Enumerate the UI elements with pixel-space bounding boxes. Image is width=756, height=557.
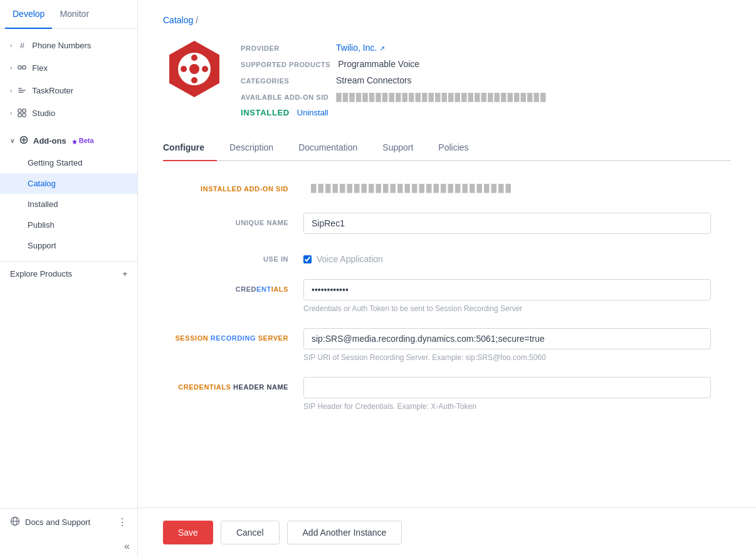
installed-sid-label: INSTALLED ADD-ON SID [163,179,288,193]
product-logo [163,38,226,107]
svg-point-14 [181,66,187,72]
credentials-header-row: CREDENTIALS HEADER NAME SIP Header for C… [163,377,731,411]
svg-point-15 [202,66,208,72]
credentials-header-input[interactable] [303,377,711,398]
flex-icon [17,63,27,73]
collapse-icon[interactable]: « [124,541,130,552]
svg-rect-1 [23,66,26,69]
tab-description[interactable]: Description [217,135,286,161]
provider-label: PROVIDER [241,45,328,52]
breadcrumb-separator: / [196,15,198,25]
chevron-down-icon: ∨ [10,137,14,144]
studio-icon [17,108,27,118]
session-recording-row: SESSION RECORDING SERVER SIP URI of Sess… [163,328,731,362]
credentials-header-label: CREDENTIALS HEADER NAME [163,377,288,391]
svg-point-12 [191,55,197,61]
chevron-right-icon: › [10,87,12,94]
external-link-icon: ↗ [379,45,385,52]
categories-row: CATEGORIES Stream Connectors [241,75,731,85]
sidebar-collapse: « [0,536,137,557]
credentials-header-hint: SIP Header for Credentials. Example: X-A… [303,402,711,411]
uninstall-link[interactable]: Uninstall [297,108,328,117]
addons-icon [19,135,28,146]
session-recording-label: SESSION RECORDING SERVER [163,328,288,342]
more-icon[interactable]: ⋮ [117,516,127,528]
sidebar-item-label: Flex [32,63,48,73]
sidebar-item-taskrouter[interactable]: › TaskRouter [0,79,137,102]
sidebar-item-studio[interactable]: › Studio [0,102,137,124]
unique-name-label: UNIQUE NAME [163,213,288,226]
docs-support-bar: Docs and Support ⋮ [0,508,137,536]
use-in-field: Voice Application [303,249,711,264]
globe-icon [10,516,20,528]
docs-support-label: Docs and Support [25,517,90,527]
config-tabs: Configure Description Documentation Supp… [163,135,731,161]
product-header: PROVIDER Twilio, Inc. ↗ SUPPORTED PRODUC… [163,38,731,117]
sidebar-item-flex[interactable]: › Flex [0,56,137,79]
sidebar-item-label: TaskRouter [32,86,73,95]
sid-blurred: ████████████████████████████████ [336,93,547,102]
sidebar-item-publish[interactable]: Publish [0,215,137,235]
sidebar-item-getting-started[interactable]: Getting Started [0,152,137,173]
credentials-hint: Credentials or Auth Token to be sent to … [303,304,711,313]
credentials-label: CREDENTIALS [163,279,288,293]
addons-section: ∨ Add-ons Beta Getting Started Catalog I… [0,129,137,256]
chevron-right-icon: › [10,110,12,117]
sidebar-item-label: Studio [32,109,55,118]
tab-configure[interactable]: Configure [163,135,217,161]
unique-name-row: UNIQUE NAME [163,213,731,234]
credentials-row: CREDENTIALS Credentials or Auth Token to… [163,279,731,313]
available-sid-label: AVAILABLE ADD-ON SID [241,93,328,101]
hash-icon: # [17,40,27,50]
sidebar-tabs: Develop Monitor [0,0,137,29]
explore-products[interactable]: Explore Products + [0,261,137,286]
plus-icon: + [122,269,127,278]
supported-products-value: Programmable Voice [338,59,419,69]
sidebar-item-phone-numbers[interactable]: › # Phone Numbers [0,34,137,56]
svg-rect-5 [23,114,26,117]
explore-products-label: Explore Products [10,269,72,278]
supported-products-label: SUPPORTED PRODUCTS [241,61,330,68]
sidebar-item-installed[interactable]: Installed [0,194,137,215]
addons-header[interactable]: ∨ Add-ons Beta [0,129,137,152]
chevron-right-icon: › [10,42,12,49]
svg-rect-2 [18,109,21,112]
sidebar-item-catalog[interactable]: Catalog [0,173,137,194]
svg-rect-4 [18,114,21,117]
tab-documentation[interactable]: Documentation [286,135,370,161]
sidebar-nav: › # Phone Numbers › Flex › TaskRouter › … [0,29,137,261]
add-instance-button[interactable]: Add Another Instance [287,521,402,544]
unique-name-field [303,213,711,234]
session-recording-input[interactable] [303,328,711,349]
tab-monitor[interactable]: Monitor [52,0,97,29]
credentials-input[interactable] [303,279,711,300]
taskrouter-icon [17,85,27,95]
tab-support[interactable]: Support [370,135,426,161]
installed-sid-field: ████████████████████████████ [303,179,711,198]
tab-policies[interactable]: Policies [426,135,481,161]
cancel-button[interactable]: Cancel [221,521,280,544]
save-button[interactable]: Save [163,521,213,544]
chevron-right-icon: › [10,65,12,72]
tab-develop[interactable]: Develop [5,0,52,29]
use-in-label: USE IN [163,249,288,263]
provider-value: Twilio, Inc. ↗ [336,43,385,53]
provider-link[interactable]: Twilio, Inc. [336,43,377,53]
unique-name-input[interactable] [303,213,711,234]
svg-rect-0 [18,66,21,69]
footer-bar: Save Cancel Add Another Instance [138,507,756,557]
sidebar-item-support[interactable]: Support [0,235,137,256]
session-recording-hint: SIP URI of Session Recording Server. Exa… [303,353,711,362]
svg-point-11 [189,64,199,74]
categories-value: Stream Connectors [336,75,412,85]
docs-support-link[interactable]: Docs and Support [10,516,90,528]
breadcrumb: Catalog / [163,15,731,25]
use-in-checkbox[interactable] [303,255,312,263]
categories-label: CATEGORIES [241,77,328,85]
installed-label: INSTALLED [241,108,290,117]
addons-label: Add-ons [33,136,66,146]
available-sid-row: AVAILABLE ADD-ON SID ███████████████████… [241,92,731,102]
available-sid-value: ████████████████████████████████ [336,92,547,102]
use-in-row: USE IN Voice Application [163,249,731,264]
breadcrumb-catalog-link[interactable]: Catalog [163,15,193,25]
